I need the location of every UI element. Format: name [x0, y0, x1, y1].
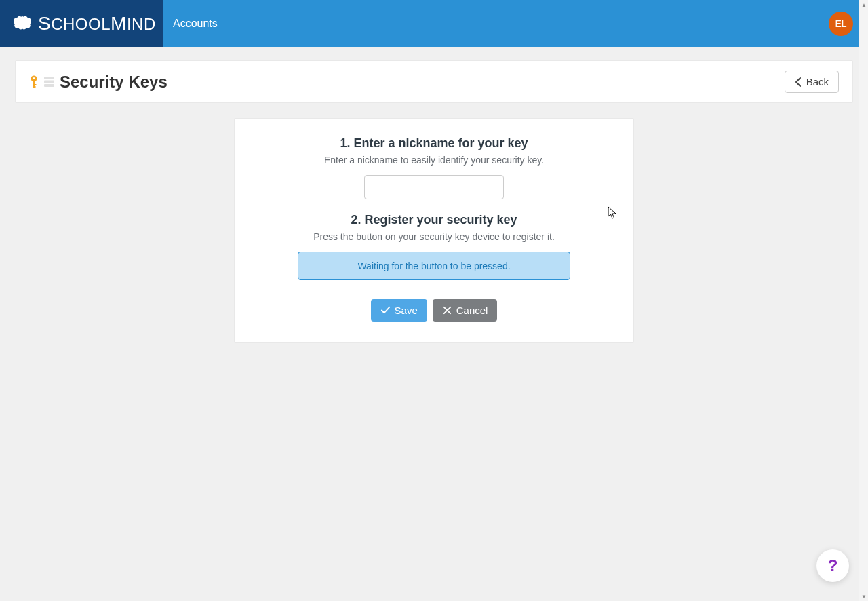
svg-rect-6 [44, 81, 54, 83]
scroll-up-icon[interactable]: ▲ [859, 0, 868, 9]
page-content: Security Keys Back 1. Enter a nickname f… [0, 47, 868, 356]
svg-rect-4 [33, 86, 36, 88]
brand-logo[interactable]: SCHOOLMIND [0, 0, 163, 47]
step2-heading: 2. Register your security key [254, 213, 614, 227]
svg-point-1 [33, 77, 35, 79]
save-button[interactable]: Save [371, 299, 427, 322]
cancel-label: Cancel [456, 305, 488, 316]
scroll-down-icon[interactable]: ▼ [859, 592, 868, 601]
step2-description: Press the button on your security key de… [254, 231, 614, 242]
key-icon [29, 75, 39, 89]
page-title-group: Security Keys [29, 73, 167, 92]
close-icon [442, 305, 452, 315]
help-button[interactable]: ? [816, 549, 849, 582]
chevron-left-icon [795, 77, 802, 87]
security-key-form: 1. Enter a nickname for your key Enter a… [234, 118, 634, 343]
svg-rect-3 [33, 84, 37, 85]
user-avatar[interactable]: EL [829, 12, 853, 36]
cancel-button[interactable]: Cancel [433, 299, 498, 322]
back-button[interactable]: Back [785, 71, 839, 93]
svg-rect-7 [44, 84, 54, 87]
scrollbar[interactable]: ▲ ▼ [859, 0, 868, 601]
save-label: Save [395, 305, 418, 316]
page-header-bar: Security Keys Back [15, 60, 853, 103]
form-actions: Save Cancel [254, 299, 614, 322]
app-header: SCHOOLMIND Accounts EL [0, 0, 868, 47]
check-icon [380, 305, 391, 315]
brand-name: SCHOOLMIND [38, 13, 156, 35]
page-title: Security Keys [60, 73, 167, 92]
step1-heading: 1. Enter a nickname for your key [254, 136, 614, 151]
back-label: Back [806, 76, 829, 88]
nav-accounts[interactable]: Accounts [173, 18, 218, 30]
top-nav: Accounts [163, 0, 829, 47]
status-banner: Waiting for the button to be pressed. [298, 252, 570, 280]
svg-rect-5 [44, 77, 54, 79]
brain-icon [12, 15, 33, 33]
step1-description: Enter a nickname to easily identify your… [254, 155, 614, 166]
nickname-input[interactable] [364, 175, 504, 199]
list-icon [44, 77, 54, 87]
